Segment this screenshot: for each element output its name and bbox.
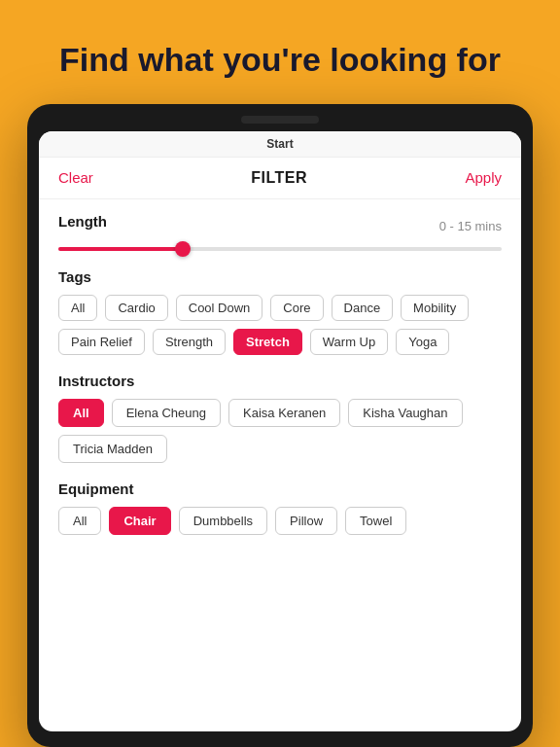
tablet-frame: Start Clear FILTER Apply Length 0 - 15 m… [27, 104, 533, 748]
instructor-chip-all[interactable]: All [58, 399, 104, 427]
tag-chip-all[interactable]: All [58, 295, 97, 321]
instructor-chip-kaisa[interactable]: Kaisa Keranen [228, 399, 340, 427]
filter-header: Clear FILTER Apply [39, 158, 521, 199]
equipment-chip-towel[interactable]: Towel [345, 507, 406, 535]
instructors-row: All Elena Cheung Kaisa Keranen Kisha Vau… [58, 399, 502, 463]
tag-chip-cardio[interactable]: Cardio [105, 295, 167, 321]
length-section-label: Length [58, 213, 107, 230]
instructor-chip-kisha[interactable]: Kisha Vaughan [348, 399, 462, 427]
slider-fill [58, 247, 183, 251]
instructors-section-label: Instructors [58, 373, 502, 389]
instructor-chip-tricia[interactable]: Tricia Madden [58, 435, 167, 463]
clear-button[interactable]: Clear [58, 169, 93, 186]
length-section: Length 0 - 15 mins [58, 213, 502, 251]
tags-section-label: Tags [58, 268, 502, 285]
top-bar-label: Start [266, 137, 293, 151]
filter-body: Length 0 - 15 mins Tags All Cardio Cool … [39, 199, 521, 566]
slider-track[interactable] [58, 247, 502, 251]
tag-chip-warm-up[interactable]: Warm Up [310, 329, 388, 355]
length-range-text: 0 - 15 mins [439, 219, 502, 233]
tag-chip-yoga[interactable]: Yoga [396, 329, 449, 355]
tablet-notch [241, 116, 319, 124]
hero-title: Find what you're looking for [59, 39, 501, 81]
tag-chip-core[interactable]: Core [270, 295, 323, 321]
apply-button[interactable]: Apply [465, 169, 502, 186]
tag-chip-dance[interactable]: Dance [332, 295, 394, 321]
equipment-chip-chair[interactable]: Chair [109, 507, 170, 535]
instructors-section: Instructors All Elena Cheung Kaisa Keran… [58, 373, 502, 463]
instructor-chip-elena[interactable]: Elena Cheung [112, 399, 221, 427]
hero-section: Find what you're looking for [20, 0, 540, 104]
tags-section: Tags All Cardio Cool Down Core Dance Mob… [58, 268, 502, 355]
tag-chip-strength[interactable]: Strength [153, 329, 226, 355]
tag-chip-mobility[interactable]: Mobility [401, 295, 469, 321]
equipment-row: All Chair Dumbbells Pillow Towel [58, 507, 502, 535]
equipment-chip-pillow[interactable]: Pillow [275, 507, 337, 535]
tag-chip-pain-relief[interactable]: Pain Relief [58, 329, 145, 355]
slider-thumb[interactable] [175, 241, 191, 257]
equipment-chip-all[interactable]: All [58, 507, 101, 535]
filter-title: FILTER [251, 169, 307, 187]
tags-row: All Cardio Cool Down Core Dance Mobility… [58, 295, 502, 355]
tag-chip-stretch[interactable]: Stretch [233, 329, 302, 355]
tag-chip-cool-down[interactable]: Cool Down [176, 295, 263, 321]
equipment-chip-dumbbells[interactable]: Dumbbells [179, 507, 267, 535]
equipment-section: Equipment All Chair Dumbbells Pillow Tow… [58, 480, 502, 535]
equipment-section-label: Equipment [58, 480, 502, 497]
tablet-screen: Start Clear FILTER Apply Length 0 - 15 m… [39, 131, 521, 732]
screen-top-bar: Start [39, 131, 521, 158]
